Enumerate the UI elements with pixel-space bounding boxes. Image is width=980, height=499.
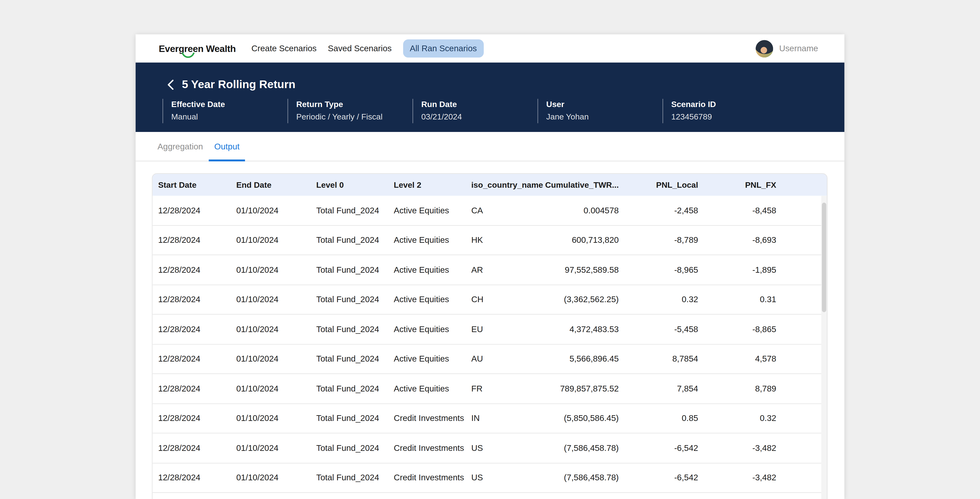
cell-level-0: Total Fund_2024 [316, 235, 394, 245]
meta-value: 03/21/2024 [422, 112, 538, 121]
cell-end-date: 01/10/2024 [236, 235, 316, 245]
cell-start-date: 12/28/2024 [158, 384, 236, 393]
nav-items: Create Scenarios Saved Scenarios All Ran… [251, 40, 484, 58]
tab-bar: Aggregation Output [136, 132, 844, 161]
meta-label: User [546, 99, 662, 109]
cell-cumulative-twr: 4,372,483.53 [544, 324, 619, 334]
cell-start-date: 12/28/2024 [158, 235, 236, 245]
meta-value: 123456789 [671, 112, 788, 121]
table-row: 12/28/2024 01/10/2024 Total Fund_2024 Ac… [153, 255, 827, 285]
meta-value: Manual [171, 112, 288, 121]
meta-user: User Jane Yohan [538, 99, 662, 123]
scenario-header: 5 Year Rolling Return Effective Date Man… [136, 62, 844, 132]
cell-end-date: 01/10/2024 [236, 324, 316, 334]
username-label: Username [779, 44, 818, 53]
title-row: 5 Year Rolling Return [167, 78, 844, 91]
cell-level-0: Total Fund_2024 [316, 324, 394, 334]
cell-iso-country: CA [471, 206, 544, 215]
cell-level-0: Total Fund_2024 [316, 443, 394, 453]
col-level-2: Level 2 [394, 180, 471, 190]
table-scrollbar-thumb[interactable] [822, 202, 826, 312]
cell-start-date: 12/28/2024 [158, 443, 236, 453]
table-body: 12/28/2024 01/10/2024 Total Fund_2024 Ac… [153, 196, 827, 493]
avatar[interactable] [755, 40, 773, 57]
cell-level-0: Total Fund_2024 [316, 354, 394, 363]
cell-end-date: 01/10/2024 [236, 473, 316, 483]
cell-iso-country: IN [471, 413, 544, 423]
cell-start-date: 12/28/2024 [158, 324, 236, 334]
cell-iso-country: HK [471, 235, 544, 245]
cell-pnl-local: -8,965 [619, 265, 698, 274]
cell-level-2: Credit Investments [394, 443, 471, 453]
table-row: 12/28/2024 01/10/2024 Total Fund_2024 Ac… [153, 344, 827, 374]
meta-effective-date: Effective Date Manual [162, 99, 287, 123]
cell-cumulative-twr: (7,586,458.78) [544, 443, 619, 453]
cell-cumulative-twr: 789,857,875.52 [544, 384, 619, 393]
cell-pnl-fx: -3,482 [698, 443, 776, 453]
cell-end-date: 01/10/2024 [236, 384, 316, 393]
cell-end-date: 01/10/2024 [236, 295, 316, 304]
meta-run-date: Run Date 03/21/2024 [412, 99, 538, 123]
cell-level-2: Active Equities [394, 295, 471, 304]
page: Evergreen Wealth Create Scenarios Saved … [0, 0, 980, 499]
table-row: 12/28/2024 01/10/2024 Total Fund_2024 Ac… [153, 374, 827, 404]
logo[interactable]: Evergreen Wealth [159, 43, 236, 54]
cell-iso-country: AU [471, 354, 544, 363]
cell-level-0: Total Fund_2024 [316, 413, 394, 423]
tab-output[interactable]: Output [208, 132, 245, 161]
meta-value: Jane Yohan [546, 112, 662, 121]
cell-start-date: 12/28/2024 [158, 265, 236, 274]
meta-label: Return Type [296, 99, 412, 109]
cell-iso-country: US [471, 443, 544, 453]
tab-aggregation[interactable]: Aggregation [152, 132, 208, 161]
cell-pnl-local: 0.85 [619, 413, 698, 423]
meta-label: Run Date [422, 99, 538, 109]
meta-label: Effective Date [171, 99, 288, 109]
nav-item-create-scenarios[interactable]: Create Scenarios [251, 44, 317, 53]
cell-level-0: Total Fund_2024 [316, 384, 394, 393]
col-pnl-fx: PNL_FX [698, 180, 776, 190]
cell-end-date: 01/10/2024 [236, 354, 316, 363]
nav-item-saved-scenarios[interactable]: Saved Scenarios [328, 44, 392, 53]
cell-pnl-fx: 0.32 [698, 413, 776, 423]
cell-cumulative-twr: (7,586,458.78) [544, 473, 619, 483]
cell-iso-country: AR [471, 265, 544, 274]
cell-pnl-local: -5,458 [619, 324, 698, 334]
cell-end-date: 01/10/2024 [236, 413, 316, 423]
scenario-meta: Effective Date Manual Return Type Period… [162, 99, 844, 123]
cell-pnl-local: -6,542 [619, 473, 698, 483]
back-button[interactable] [167, 80, 174, 90]
nav-item-all-ran-scenarios[interactable]: All Ran Scenarios [403, 40, 484, 58]
cell-pnl-fx: -3,482 [698, 473, 776, 483]
col-cumulative-twr: Cumulative_TWR... [544, 180, 619, 190]
table-row: 12/28/2024 01/10/2024 Total Fund_2024 Ac… [153, 226, 827, 255]
cell-pnl-local: -2,458 [619, 206, 698, 215]
output-table: Start Date End Date Level 0 Level 2 iso_… [152, 173, 827, 499]
cell-cumulative-twr: 0.004578 [544, 206, 619, 215]
cell-level-0: Total Fund_2024 [316, 295, 394, 304]
cell-cumulative-twr: 97,552,589.58 [544, 265, 619, 274]
user-menu[interactable]: Username [755, 40, 818, 57]
cell-level-2: Active Equities [394, 324, 471, 334]
cell-level-2: Active Equities [394, 206, 471, 215]
cell-iso-country: US [471, 473, 544, 483]
app-window: Evergreen Wealth Create Scenarios Saved … [136, 35, 844, 499]
meta-return-type: Return Type Periodic / Yearly / Fiscal [288, 99, 412, 123]
table-scrollbar-track[interactable] [821, 196, 827, 499]
cell-cumulative-twr: (3,362,562.25) [544, 295, 619, 304]
col-start-date: Start Date [158, 180, 236, 190]
table-row: 12/28/2024 01/10/2024 Total Fund_2024 Cr… [153, 434, 827, 463]
table-row: 12/28/2024 01/10/2024 Total Fund_2024 Cr… [153, 404, 827, 434]
cell-pnl-local: 0.32 [619, 295, 698, 304]
cell-cumulative-twr: 5,566,896.45 [544, 354, 619, 363]
cell-level-2: Credit Investments [394, 413, 471, 423]
table-row: 12/28/2024 01/10/2024 Total Fund_2024 Ac… [153, 315, 827, 344]
table-row: 12/28/2024 01/10/2024 Total Fund_2024 Cr… [153, 463, 827, 493]
meta-label: Scenario ID [671, 99, 788, 109]
table-header-row: Start Date End Date Level 0 Level 2 iso_… [153, 174, 827, 196]
cell-level-0: Total Fund_2024 [316, 206, 394, 215]
cell-end-date: 01/10/2024 [236, 206, 316, 215]
cell-pnl-fx: 0.31 [698, 295, 776, 304]
cell-cumulative-twr: 600,713,820 [544, 235, 619, 245]
cell-start-date: 12/28/2024 [158, 473, 236, 483]
